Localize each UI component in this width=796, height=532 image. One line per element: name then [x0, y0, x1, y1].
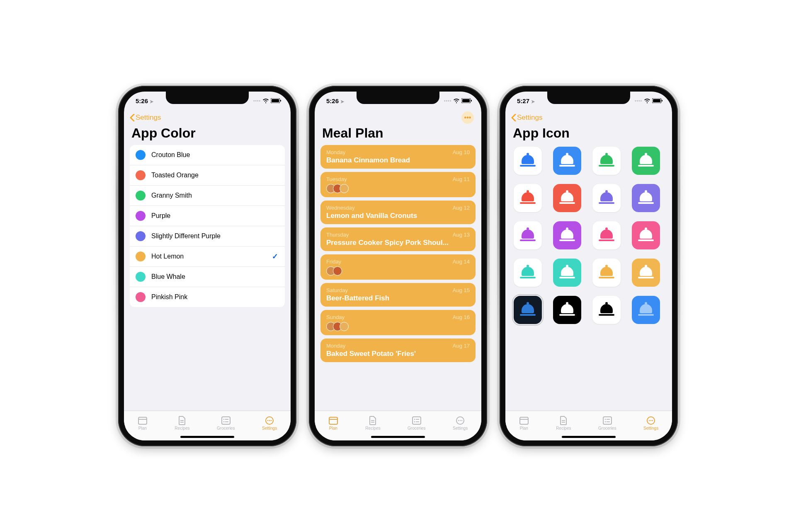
cloche-icon	[599, 304, 614, 316]
date-label: Aug 11	[453, 176, 470, 182]
color-option[interactable]: Pinkish Pink	[130, 287, 285, 307]
tab-recipes[interactable]: Recipes	[556, 416, 571, 430]
day-label: Wednesday	[326, 205, 354, 211]
tab-label: Groceries	[217, 426, 235, 430]
day-label: Sunday	[326, 314, 345, 320]
back-label: Settings	[136, 114, 161, 122]
tab-settings[interactable]: Settings	[262, 416, 277, 430]
tab-label: Plan	[138, 426, 147, 430]
back-label: Settings	[517, 114, 542, 122]
tab-groceries[interactable]: Groceries	[408, 416, 425, 430]
svg-point-40	[604, 419, 606, 420]
cloche-icon	[559, 267, 575, 278]
cloche-icon	[599, 230, 614, 241]
app-icon-option[interactable]	[632, 296, 660, 324]
tab-plan[interactable]: Plan	[519, 416, 529, 430]
svg-rect-23	[413, 417, 421, 424]
tab-label: Groceries	[408, 426, 425, 430]
app-icon-option[interactable]	[632, 221, 660, 249]
status-time: 5:26	[326, 97, 339, 104]
app-icon-option[interactable]	[553, 147, 581, 175]
color-option[interactable]: Crouton Blue	[130, 145, 285, 165]
calendar-icon	[328, 416, 338, 425]
more-icon	[455, 416, 465, 425]
svg-point-9	[223, 421, 224, 423]
app-icon-option[interactable]	[553, 221, 581, 249]
svg-rect-18	[471, 100, 472, 102]
date-label: Aug 12	[453, 205, 470, 211]
color-name: Hot Lemon	[151, 253, 184, 260]
tab-settings[interactable]: Settings	[453, 416, 468, 430]
app-icon-option[interactable]	[514, 147, 542, 175]
app-icon-option[interactable]	[514, 184, 542, 212]
color-swatch	[136, 272, 146, 282]
color-option[interactable]: Toasted Orange	[130, 165, 285, 185]
color-list: Crouton Blue Toasted Orange Granny Smith…	[130, 145, 285, 307]
back-button[interactable]: Settings	[505, 110, 672, 124]
tab-plan[interactable]: Plan	[328, 416, 338, 430]
tab-recipes[interactable]: Recipes	[175, 416, 189, 430]
meal-title: Pressure Cooker Spicy Pork Shoul...	[326, 239, 470, 247]
color-option[interactable]: Blue Whale	[130, 266, 285, 287]
color-swatch	[136, 191, 146, 201]
plan-day-card[interactable]: TuesdayAug 11	[320, 172, 476, 197]
svg-rect-39	[603, 417, 612, 424]
app-icon-option[interactable]	[592, 147, 621, 175]
more-icon	[646, 416, 656, 425]
tab-groceries[interactable]: Groceries	[217, 416, 235, 430]
color-option[interactable]: Granny Smith	[130, 185, 285, 206]
app-icon-option[interactable]	[632, 259, 660, 287]
app-icon-option[interactable]	[632, 184, 660, 212]
color-option[interactable]: Hot Lemon ✓	[130, 246, 285, 266]
app-icon-option[interactable]	[592, 221, 621, 249]
svg-rect-1	[272, 99, 279, 102]
plan-day-card[interactable]: ThursdayAug 13Pressure Cooker Spicy Pork…	[320, 227, 476, 251]
app-icon-option[interactable]	[553, 184, 581, 212]
back-button[interactable]: Settings	[124, 110, 291, 124]
check-icon: ✓	[272, 252, 278, 261]
tab-label: Settings	[453, 426, 468, 430]
more-button[interactable]: •••	[461, 111, 474, 124]
tab-recipes[interactable]: Recipes	[365, 416, 380, 430]
date-label: Aug 14	[453, 259, 470, 265]
cloche-icon	[599, 267, 614, 278]
meal-thumb	[333, 266, 342, 276]
plan-day-card[interactable]: SaturdayAug 15Beer-Battered Fish	[320, 283, 476, 307]
tab-plan[interactable]: Plan	[138, 416, 148, 430]
plan-day-card[interactable]: MondayAug 17Baked Sweet Potato 'Fries'	[320, 339, 476, 362]
date-label: Aug 16	[453, 314, 470, 320]
plan-day-card[interactable]: SundayAug 16	[320, 310, 476, 335]
app-icon-option[interactable]	[514, 296, 542, 324]
color-name: Purple	[151, 212, 170, 220]
svg-point-30	[460, 420, 461, 421]
app-icon-option[interactable]	[553, 296, 581, 324]
tab-settings[interactable]: Settings	[643, 416, 658, 430]
app-icon-option[interactable]	[514, 221, 542, 249]
tab-label: Recipes	[556, 426, 571, 430]
app-icon-option[interactable]	[592, 259, 621, 287]
page-title: App Color	[124, 124, 291, 145]
color-name: Pinkish Pink	[151, 293, 187, 301]
meal-title: Banana Cinnamon Bread	[326, 156, 470, 164]
plan-day-card[interactable]: FridayAug 14	[320, 254, 476, 280]
app-icon-option[interactable]	[592, 184, 621, 212]
color-name: Toasted Orange	[151, 172, 199, 179]
doc-icon	[177, 416, 187, 425]
app-icon-option[interactable]	[592, 296, 621, 324]
plan-day-card[interactable]: WednesdayAug 12Lemon and Vanilla Cronuts	[320, 201, 476, 224]
list-icon	[602, 416, 612, 425]
app-icon-option[interactable]	[514, 259, 542, 287]
color-option[interactable]: Purple	[130, 206, 285, 226]
app-icon-option[interactable]	[632, 147, 660, 175]
plan-day-card[interactable]: MondayAug 10Banana Cinnamon Bread	[320, 145, 476, 169]
color-name: Granny Smith	[151, 192, 192, 199]
icon-grid	[511, 145, 666, 326]
cloche-icon	[559, 230, 575, 241]
tab-groceries[interactable]: Groceries	[598, 416, 616, 430]
day-label: Tuesday	[326, 176, 347, 182]
cloche-icon	[638, 304, 654, 316]
tab-label: Groceries	[598, 426, 616, 430]
app-icon-option[interactable]	[553, 259, 581, 287]
cloche-icon	[520, 267, 536, 278]
color-option[interactable]: Slightly Different Purple	[130, 226, 285, 246]
